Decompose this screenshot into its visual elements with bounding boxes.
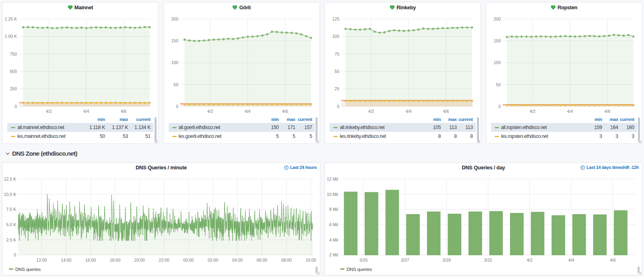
svg-text:100: 100 [332,34,340,39]
svg-text:4/2: 4/2 [526,258,533,262]
svg-text:0: 0 [14,252,16,257]
svg-text:750: 750 [10,52,17,56]
svg-text:22:00: 22:00 [159,258,169,262]
svg-text:18:00: 18:00 [110,258,120,262]
svg-text:4/2: 4/2 [368,109,374,114]
svg-text:02:00: 02:00 [208,258,218,262]
svg-text:20:00: 20:00 [134,258,145,262]
svg-text:10:00: 10:00 [305,258,316,262]
svg-text:00:00: 00:00 [183,258,194,262]
svg-text:4/6: 4/6 [282,109,288,114]
svg-text:25: 25 [335,86,340,91]
svg-text:50: 50 [496,82,501,87]
svg-text:0: 0 [498,104,501,109]
svg-text:100: 100 [171,60,178,65]
svg-text:4/4: 4/4 [244,109,250,114]
svg-text:DNS queries: DNS queries [347,267,372,272]
svg-text:4/4: 4/4 [83,109,89,114]
svg-text:4/4: 4/4 [568,258,574,262]
svg-text:14:00: 14:00 [61,258,71,262]
svg-text:3/27: 3/27 [401,258,409,262]
svg-text:50: 50 [335,69,340,74]
svg-text:DNS queries: DNS queries [15,267,41,272]
svg-text:10.0 K: 10.0 K [4,192,16,197]
svg-text:4/6: 4/6 [610,258,616,262]
svg-text:4/2: 4/2 [207,109,213,114]
svg-text:150: 150 [493,38,501,43]
svg-text:04:00: 04:00 [232,258,243,262]
svg-text:16:00: 16:00 [85,258,96,262]
svg-text:0: 0 [176,104,178,109]
svg-text:12.5 K: 12.5 K [4,177,16,181]
svg-text:75: 75 [335,52,340,56]
svg-text:50: 50 [173,82,178,87]
svg-text:1.25 K: 1.25 K [5,17,17,21]
svg-text:150: 150 [171,38,178,43]
svg-text:1.00 K: 1.00 K [5,34,17,39]
svg-text:10 Mil: 10 Mil [327,192,338,197]
svg-text:4/2: 4/2 [529,109,535,114]
svg-text:6 Mil: 6 Mil [329,222,338,227]
svg-text:2 Mil: 2 Mil [329,252,338,257]
svg-text:06:00: 06:00 [257,258,267,262]
svg-text:08:00: 08:00 [281,258,291,262]
svg-text:4/6: 4/6 [604,109,610,114]
svg-text:4/4: 4/4 [567,109,573,114]
svg-text:250: 250 [10,86,17,91]
svg-text:7.5 K: 7.5 K [6,207,16,212]
svg-text:4/6: 4/6 [121,109,127,114]
svg-text:200: 200 [493,17,501,21]
svg-text:500: 500 [10,69,17,74]
svg-text:100: 100 [493,60,501,65]
svg-text:200: 200 [171,17,178,21]
svg-text:4/2: 4/2 [46,109,52,114]
svg-text:125: 125 [332,17,340,21]
svg-text:2.5 K: 2.5 K [6,237,16,242]
svg-text:3/29: 3/29 [442,258,451,262]
svg-text:0: 0 [337,104,339,109]
svg-text:0: 0 [14,104,17,109]
svg-text:12:00: 12:00 [36,258,47,262]
svg-text:4 Mil: 4 Mil [329,237,338,242]
svg-text:3/31: 3/31 [484,258,492,262]
svg-text:4/4: 4/4 [406,109,412,114]
svg-text:3/25: 3/25 [359,258,368,262]
svg-text:5.0 K: 5.0 K [6,222,16,227]
svg-text:12 Mil: 12 Mil [327,177,338,181]
svg-text:4/6: 4/6 [443,109,449,114]
svg-text:8 Mil: 8 Mil [329,207,338,212]
